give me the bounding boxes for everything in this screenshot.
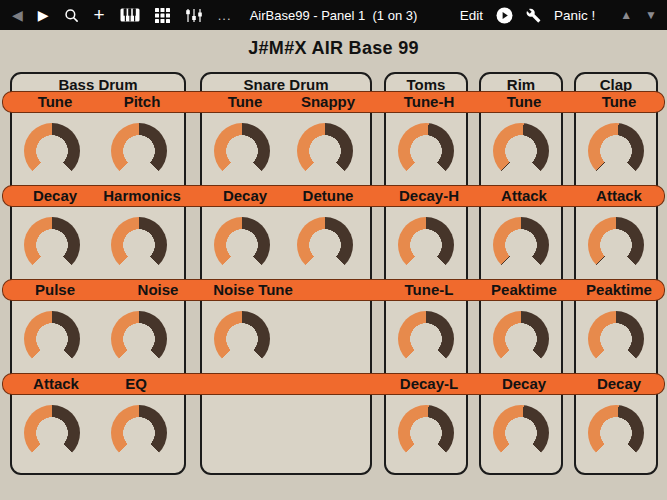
param-label-bar-row1: Tune Pitch Tune Snappy Tune-H Tune Tune [2, 91, 665, 113]
rim-peaktime-knob[interactable] [493, 311, 549, 367]
knob-label: Detune [303, 186, 354, 205]
toolbar-left-group: ◀ ▶ + ... [0, 7, 232, 24]
knob-label: Attack [596, 186, 642, 205]
param-label-bar-row2: Decay Harmonics Decay Detune Decay-H Att… [2, 185, 665, 207]
knob-label: Decay-L [400, 374, 458, 393]
play-circle-icon[interactable] [496, 7, 513, 24]
up-arrow-icon[interactable]: ▲ [620, 8, 632, 22]
bass-drum-pulse-knob[interactable] [24, 311, 80, 367]
knob-label: Tune-H [404, 92, 455, 111]
snare-decay-knob[interactable] [214, 217, 270, 273]
knob-label: Tune [228, 92, 263, 111]
toms-tune-h-knob[interactable] [398, 123, 454, 179]
search-icon[interactable] [64, 8, 79, 23]
snare-detune-knob[interactable] [297, 217, 353, 273]
knob-label: Noise [138, 280, 179, 299]
more-icon[interactable]: ... [218, 9, 232, 22]
toms-tune-l-knob[interactable] [398, 311, 454, 367]
knob-label: Peaktime [586, 280, 652, 299]
knob-label: Pulse [35, 280, 75, 299]
knob-label: EQ [125, 374, 147, 393]
toolbar-right-group: Edit Panic ! ▲ ▼ [460, 0, 657, 30]
bass-drum-pitch-knob[interactable] [111, 123, 167, 179]
bass-drum-harmonics-knob[interactable] [111, 217, 167, 273]
clap-decay-knob[interactable] [588, 405, 644, 461]
snare-noise-tune-knob[interactable] [214, 311, 270, 367]
knob-label: Pitch [124, 92, 161, 111]
knob-label: Decay [223, 186, 267, 205]
clap-tune-knob[interactable] [588, 123, 644, 179]
app-window: ◀ ▶ + ... AirBase99 - Panel 1 (1 on 3) E… [0, 0, 667, 500]
knob-label: Tune [507, 92, 542, 111]
back-icon[interactable]: ◀ [12, 8, 23, 22]
knob-label: Harmonics [103, 186, 181, 205]
panic-button[interactable]: Panic ! [554, 8, 595, 23]
knob-label: Decay-H [399, 186, 459, 205]
bass-drum-noise-knob[interactable] [111, 311, 167, 367]
bass-drum-tune-knob[interactable] [24, 123, 80, 179]
page-title: J#M#X AIR Base 99 [0, 38, 667, 59]
add-icon[interactable]: + [94, 5, 105, 24]
mixer-faders-icon[interactable] [185, 8, 203, 23]
bass-drum-decay-knob[interactable] [24, 217, 80, 273]
param-label-bar-row4: Attack EQ Decay-L Decay Decay [2, 373, 665, 395]
knob-label: Tune [38, 92, 73, 111]
window-title: AirBase99 - Panel 1 (1 on 3) [250, 0, 418, 30]
toolbar: ◀ ▶ + ... AirBase99 - Panel 1 (1 on 3) E… [0, 0, 667, 30]
knob-label: Attack [501, 186, 547, 205]
knob-label: Decay [597, 374, 641, 393]
knob-label: Snappy [301, 92, 355, 111]
down-arrow-icon[interactable]: ▼ [645, 8, 657, 22]
rim-decay-knob[interactable] [493, 405, 549, 461]
rim-attack-knob[interactable] [493, 217, 549, 273]
toms-decay-l-knob[interactable] [398, 405, 454, 461]
param-label-bar-row3: Pulse Noise Noise Tune Tune-L Peaktime P… [2, 279, 665, 301]
knob-label: Noise Tune [213, 280, 293, 299]
snare-snappy-knob[interactable] [297, 123, 353, 179]
bass-drum-eq-knob[interactable] [111, 405, 167, 461]
keyboard-icon[interactable] [120, 8, 140, 22]
rim-tune-knob[interactable] [493, 123, 549, 179]
knob-label: Attack [33, 374, 79, 393]
clap-attack-knob[interactable] [588, 217, 644, 273]
knob-label: Tune [602, 92, 637, 111]
knob-label: Tune-L [405, 280, 454, 299]
edit-button[interactable]: Edit [460, 8, 483, 23]
knob-label: Peaktime [491, 280, 557, 299]
snare-tune-knob[interactable] [214, 123, 270, 179]
grid-icon[interactable] [155, 8, 170, 23]
play-icon[interactable]: ▶ [38, 8, 49, 22]
toms-decay-h-knob[interactable] [398, 217, 454, 273]
wrench-icon[interactable] [526, 8, 541, 23]
knob-label: Decay [502, 374, 546, 393]
bass-drum-attack-knob[interactable] [24, 405, 80, 461]
clap-peaktime-knob[interactable] [588, 311, 644, 367]
knob-label: Decay [33, 186, 77, 205]
